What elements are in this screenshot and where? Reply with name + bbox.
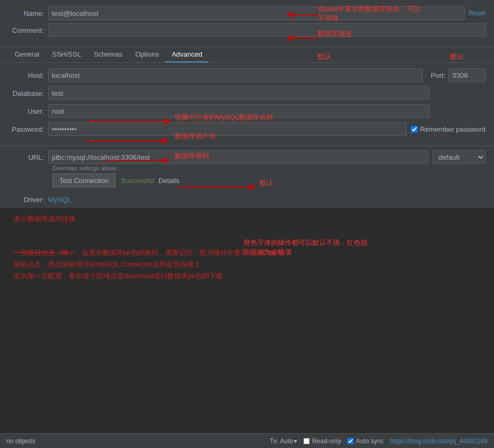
reset-link[interactable]: Reset bbox=[469, 10, 486, 17]
user-label: User: bbox=[8, 107, 48, 115]
details-link[interactable]: Details bbox=[158, 177, 179, 185]
name-input[interactable] bbox=[48, 6, 465, 20]
annotation-strikethrough: 一些路径信息（略） 会显示数据库jar包的路径，需要记住，因为项目中要导入这个j… bbox=[14, 248, 486, 258]
driver-value[interactable]: MySQL bbox=[48, 196, 71, 204]
no-objects-text: no objects bbox=[6, 437, 35, 445]
url-input[interactable] bbox=[48, 150, 428, 164]
remember-password-group: Remember password bbox=[411, 125, 486, 133]
database-label: Database: bbox=[8, 89, 48, 97]
annotation-mouse: 鼠标点击，然后鼠标悬浮在MySQL Connector后的蓝色连接上 bbox=[14, 260, 486, 269]
csdn-url[interactable]: https://blog.csdn.net/qq_44692189 bbox=[390, 437, 488, 445]
test-connection-button[interactable]: Test Connection bbox=[52, 173, 115, 187]
name-label: Name: bbox=[8, 10, 48, 17]
port-label: Port: bbox=[431, 71, 445, 79]
driver-label: Driver: bbox=[8, 196, 48, 204]
host-label: Host: bbox=[8, 71, 48, 79]
url-label: URL: bbox=[8, 153, 48, 161]
password-label: Password: bbox=[8, 125, 48, 133]
read-only-label: Read-only bbox=[312, 437, 341, 445]
remember-password-label: Remember password bbox=[420, 125, 486, 133]
annotation-success: 表示数据库成功连接 bbox=[14, 214, 486, 224]
user-input[interactable] bbox=[48, 104, 429, 118]
database-input[interactable] bbox=[48, 86, 429, 100]
tabs-bar: General SSH/SSL Schemas Options Advanced bbox=[0, 47, 494, 63]
tab-schemas[interactable]: Schemas bbox=[87, 47, 129, 62]
host-input[interactable] bbox=[48, 68, 423, 82]
tab-ssh-ssl[interactable]: SSH/SSL bbox=[46, 47, 87, 62]
url-dropdown[interactable]: default custom bbox=[433, 150, 486, 164]
auto-sync-checkbox[interactable] bbox=[347, 438, 354, 444]
tab-general[interactable]: General bbox=[8, 47, 46, 62]
comment-input[interactable] bbox=[48, 23, 486, 37]
bottom-bar: no objects Tx: Auto ▾ Read-only Auto syn… bbox=[0, 433, 494, 448]
password-input[interactable] bbox=[48, 122, 407, 136]
tab-advanced[interactable]: Advanced bbox=[165, 47, 209, 62]
tx-select[interactable]: Tx: Auto ▾ bbox=[270, 437, 297, 445]
read-only-group: Read-only bbox=[303, 437, 341, 445]
auto-sync-group: Auto sync bbox=[347, 437, 384, 445]
annotation-first-config: 若为第一次配置，要在这个区域点击download进行数据库jar包的下载 bbox=[14, 271, 486, 281]
remember-password-checkbox[interactable] bbox=[411, 126, 418, 133]
auto-sync-label: Auto sync bbox=[356, 437, 384, 445]
success-text: Successful bbox=[121, 177, 154, 185]
tab-options[interactable]: Options bbox=[129, 47, 165, 62]
read-only-checkbox[interactable] bbox=[303, 438, 310, 444]
comment-label: Comment: bbox=[8, 26, 48, 34]
overrides-text: Overrides settings above bbox=[52, 165, 486, 171]
chevron-down-icon: ▾ bbox=[294, 437, 297, 445]
port-input[interactable] bbox=[448, 68, 486, 82]
